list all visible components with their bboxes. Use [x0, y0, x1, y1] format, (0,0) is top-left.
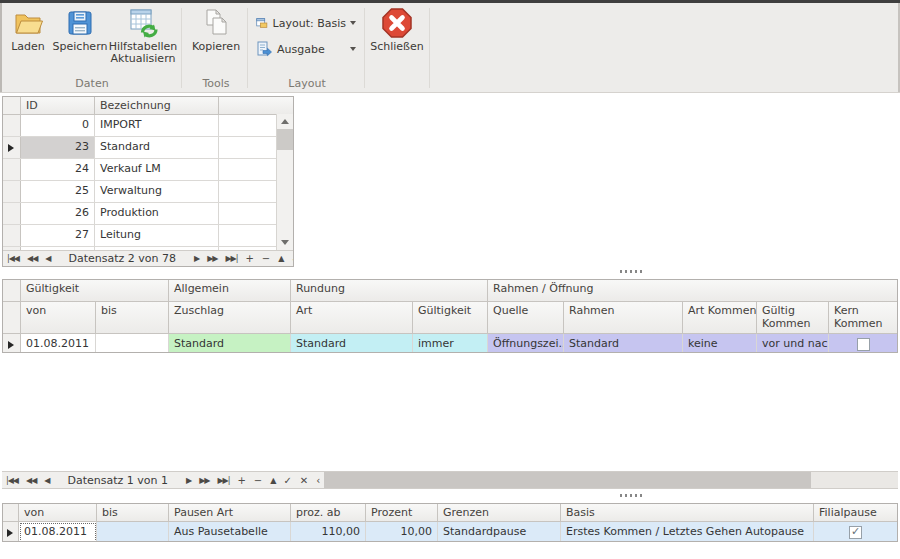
- column-header-von[interactable]: von: [21, 302, 96, 333]
- column-header-grenzen[interactable]: Grenzen: [438, 504, 561, 521]
- nav-delete-button[interactable]: −: [250, 475, 266, 486]
- cell-filler[interactable]: [219, 181, 277, 202]
- cell-gueltigkeit[interactable]: immer: [413, 334, 488, 353]
- filialpause-checkbox[interactable]: [849, 526, 862, 539]
- nav-post-button[interactable]: ✓: [279, 475, 295, 486]
- cell-filler[interactable]: [219, 115, 277, 136]
- nav-last-button[interactable]: ▶▶|: [213, 476, 233, 485]
- nav-prev-page-button[interactable]: ◀◀: [23, 254, 41, 263]
- cell-art-kommen[interactable]: keine: [683, 334, 757, 353]
- cell-pausen-art[interactable]: Aus Pausetabelle: [169, 522, 291, 542]
- scroll-down-icon[interactable]: [281, 240, 289, 245]
- column-header-von[interactable]: von: [19, 504, 97, 521]
- column-header-art[interactable]: Art: [291, 302, 413, 333]
- column-header-pausen-art[interactable]: Pausen Art: [169, 504, 291, 521]
- cell-quelle[interactable]: Öffnungszei...: [488, 334, 564, 353]
- nav-add-button[interactable]: +: [233, 475, 249, 486]
- column-header-proz-ab[interactable]: proz. ab: [291, 504, 366, 521]
- output-dropdown[interactable]: Ausgabe: [256, 40, 356, 58]
- scrollbar-thumb[interactable]: [277, 129, 293, 150]
- hscroll-left-button[interactable]: ‹: [312, 475, 324, 486]
- nav-first-button[interactable]: |◀◀: [3, 254, 23, 263]
- cell-grenzen[interactable]: Standardpause: [438, 522, 561, 542]
- column-header-bis[interactable]: bis: [96, 302, 169, 333]
- scroll-up-icon[interactable]: [281, 119, 289, 124]
- refresh-helper-tables-button[interactable]: Hilfstabellen Aktualisiern: [108, 7, 178, 65]
- nav-next-button[interactable]: ▶: [182, 476, 195, 485]
- nav-next-button[interactable]: ▶: [190, 254, 203, 263]
- column-header-art-kommen[interactable]: Art Kommen: [683, 302, 757, 333]
- column-header-gueltig-kommen[interactable]: Gültig Kommen: [757, 302, 829, 333]
- cell-bis[interactable]: [96, 334, 169, 353]
- layout-basis-dropdown[interactable]: Layout: Basis: [256, 14, 356, 32]
- column-header-bis[interactable]: bis: [97, 504, 169, 521]
- column-header-kern-kommen[interactable]: Kern Kommen: [829, 302, 897, 333]
- cell-id[interactable]: 26: [21, 203, 95, 224]
- column-header-id[interactable]: ID: [21, 97, 95, 114]
- nav-prev-page-button[interactable]: ◀◀: [22, 476, 40, 485]
- nav-prev-button[interactable]: ◀: [41, 254, 54, 263]
- band-header-rundung[interactable]: Rundung: [291, 280, 488, 301]
- vertical-scrollbar[interactable]: [276, 114, 293, 250]
- column-header-quelle[interactable]: Quelle: [488, 302, 564, 333]
- column-header-zuschlag[interactable]: Zuschlag: [169, 302, 291, 333]
- window-left-edge: [0, 3, 2, 92]
- close-button[interactable]: Schließen: [368, 7, 426, 53]
- column-header-rahmen[interactable]: Rahmen: [564, 302, 683, 333]
- scrollbar-thumb[interactable]: [324, 472, 811, 488]
- band-header-rahmen-oeffnung[interactable]: Rahmen / Öffnung: [488, 280, 897, 301]
- cell-proz-ab[interactable]: 110,00: [291, 522, 366, 542]
- nav-next-page-button[interactable]: ▶▶: [203, 254, 221, 263]
- cell-id[interactable]: 27: [21, 225, 95, 246]
- cell-filler[interactable]: [219, 225, 277, 246]
- cell-bezeichnung[interactable]: Verwaltung: [95, 181, 219, 202]
- nav-first-button[interactable]: |◀◀: [2, 476, 22, 485]
- nav-add-button[interactable]: +: [241, 253, 257, 264]
- cell-bezeichnung[interactable]: Leitung: [95, 225, 219, 246]
- cell-filler[interactable]: [219, 203, 277, 224]
- nav-next-page-button[interactable]: ▶▶: [195, 476, 213, 485]
- cell-id[interactable]: 25: [21, 181, 95, 202]
- cell-bezeichnung[interactable]: Verkauf LM: [95, 159, 219, 180]
- column-header-gueltigkeit[interactable]: Gültigkeit: [413, 302, 488, 333]
- cell-id[interactable]: 0: [21, 115, 95, 136]
- cell-id[interactable]: 24: [21, 159, 95, 180]
- cell-filler[interactable]: [219, 159, 277, 180]
- cell-gueltig-kommen[interactable]: vor und nac...: [757, 334, 829, 353]
- horizontal-scrollbar[interactable]: [324, 472, 898, 488]
- cell-id-selected[interactable]: 23: [21, 137, 95, 158]
- cell-bezeichnung[interactable]: IMPORT: [95, 115, 219, 136]
- kern-kommen-checkbox[interactable]: [857, 338, 870, 351]
- cell-art[interactable]: Standard: [291, 334, 413, 353]
- band-header-gueltigkeit[interactable]: Gültigkeit: [21, 280, 169, 301]
- nav-post-button[interactable]: ✓: [287, 253, 294, 264]
- nav-edit-button[interactable]: ▲: [274, 254, 287, 263]
- cell-basis[interactable]: Erstes Kommen / Letztes Gehen Autopause: [561, 522, 814, 542]
- cell-rahmen[interactable]: Standard: [564, 334, 683, 353]
- column-header-basis[interactable]: Basis: [561, 504, 814, 521]
- row-indicator-selected: [3, 334, 21, 353]
- column-header-bezeichnung[interactable]: Bezeichnung: [95, 97, 219, 114]
- cell-von[interactable]: 01.08.2011: [19, 522, 97, 542]
- nav-delete-button[interactable]: −: [258, 253, 274, 264]
- nav-prev-button[interactable]: ◀: [40, 476, 53, 485]
- cell-bezeichnung[interactable]: Standard: [95, 137, 219, 158]
- column-header-prozent[interactable]: Prozent: [366, 504, 438, 521]
- nav-edit-button[interactable]: ▲: [266, 476, 279, 485]
- horizontal-splitter[interactable]: [620, 494, 644, 497]
- nav-cancel-button[interactable]: ✕: [296, 475, 312, 486]
- cell-prozent[interactable]: 10,00: [366, 522, 438, 542]
- cell-bis[interactable]: [97, 522, 169, 542]
- cell-bezeichnung[interactable]: Produktion: [95, 203, 219, 224]
- nav-last-button[interactable]: ▶▶|: [221, 254, 241, 263]
- band-header-allgemein[interactable]: Allgemein: [169, 280, 291, 301]
- load-button[interactable]: Laden: [6, 7, 50, 53]
- copy-button[interactable]: Kopieren: [188, 7, 244, 53]
- cell-von[interactable]: 01.08.2011: [21, 334, 96, 353]
- current-row-arrow-icon: [7, 529, 13, 537]
- cell-zuschlag[interactable]: Standard: [169, 334, 291, 353]
- horizontal-splitter[interactable]: [620, 270, 644, 273]
- cell-filler[interactable]: [219, 137, 277, 158]
- column-header-filialpause[interactable]: Filialpause: [814, 504, 897, 521]
- save-button[interactable]: Speichern: [53, 7, 107, 53]
